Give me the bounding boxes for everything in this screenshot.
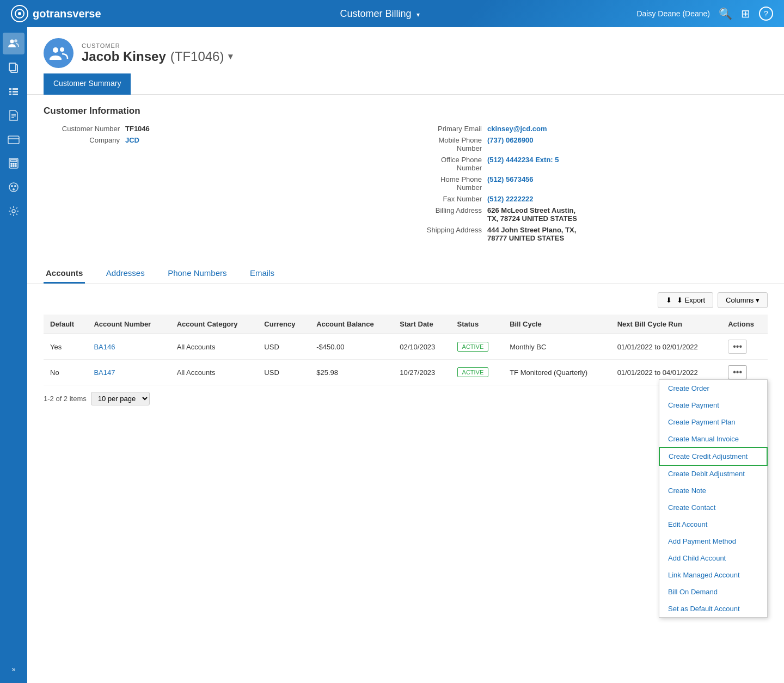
- search-icon[interactable]: 🔍: [719, 7, 732, 20]
- copy-icon: [8, 62, 19, 73]
- value-fax[interactable]: (512) 2222222: [487, 195, 534, 203]
- section-title: Customer Information: [44, 106, 768, 116]
- svg-rect-8: [9, 91, 11, 93]
- label-primary-email: Primary Email: [406, 125, 482, 133]
- svg-point-22: [11, 165, 12, 167]
- col-header-status: Status: [451, 315, 504, 334]
- logo-circle: [11, 5, 28, 22]
- columns-button[interactable]: Columns ▾: [718, 292, 768, 308]
- menu-item-link-managed-account[interactable]: Link Managed Account: [659, 567, 767, 583]
- menu-item-create-payment[interactable]: Create Payment: [659, 397, 767, 414]
- col-header-account-balance: Account Balance: [310, 315, 393, 334]
- info-row-company: Company JCD: [44, 136, 406, 144]
- svg-rect-6: [9, 88, 11, 90]
- svg-point-27: [14, 185, 16, 187]
- menu-item-create-note[interactable]: Create Note: [659, 482, 767, 499]
- actions-button-1[interactable]: •••: [728, 340, 747, 354]
- menu-item-create-order[interactable]: Create Order: [659, 380, 767, 397]
- cell-account-number-2[interactable]: BA147: [87, 360, 170, 385]
- menu-item-edit-account[interactable]: Edit Account: [659, 516, 767, 533]
- sidebar-icon-palette[interactable]: [3, 176, 24, 198]
- label-office-phone: Office PhoneNumber: [406, 156, 482, 172]
- menu-item-create-credit-adjustment[interactable]: Create Credit Adjustment: [659, 447, 768, 466]
- tab-phone-numbers[interactable]: Phone Numbers: [166, 264, 229, 284]
- cell-start-date-1: 02/10/2023: [393, 334, 450, 360]
- value-office-phone[interactable]: (512) 4442234 Extn: 5: [487, 156, 559, 164]
- cell-bill-cycle-2: TF Monitored (Quarterly): [503, 360, 610, 385]
- col-header-default: Default: [44, 315, 87, 334]
- cell-account-number-1[interactable]: BA146: [87, 334, 170, 360]
- sidebar-icon-card[interactable]: [3, 128, 24, 150]
- menu-item-add-payment-method[interactable]: Add Payment Method: [659, 533, 767, 550]
- value-billing-address: 626 McLeod Street Austin,TX, 78724 UNITE…: [487, 206, 577, 223]
- menu-item-create-contact[interactable]: Create Contact: [659, 499, 767, 516]
- customer-people-icon: [49, 45, 69, 62]
- grid-icon[interactable]: ⊞: [741, 7, 750, 20]
- svg-point-19: [11, 163, 12, 164]
- document-icon: [9, 109, 19, 121]
- value-shipping-address: 444 John Street Plano, TX,78777 UNITED S…: [487, 226, 576, 242]
- customer-full-name: Jacob Kinsey: [82, 49, 166, 64]
- tab-accounts[interactable]: Accounts: [44, 264, 85, 284]
- info-row-fax: Fax Number (512) 2222222: [406, 195, 768, 203]
- sidebar-icon-document[interactable]: [3, 104, 24, 126]
- col-header-next-bill-cycle: Next Bill Cycle Run: [611, 315, 722, 334]
- customer-info-section: Customer Information Customer Number TF1…: [27, 95, 784, 253]
- sidebar-icon-copy[interactable]: [3, 57, 24, 78]
- menu-item-add-child-account[interactable]: Add Child Account: [659, 550, 767, 567]
- svg-point-28: [13, 188, 15, 190]
- customer-header: CUSTOMER Jacob Kinsey (TF1046) ▾: [27, 27, 784, 73]
- menu-item-create-payment-plan[interactable]: Create Payment Plan: [659, 414, 767, 430]
- tab-emails[interactable]: Emails: [248, 264, 277, 284]
- value-primary-email[interactable]: ckinsey@jcd.com: [487, 125, 547, 133]
- top-navigation: gotransverse Customer Billing ▾ Daisy De…: [0, 0, 784, 27]
- content-area: CUSTOMER Jacob Kinsey (TF1046) ▾ Custome…: [27, 27, 784, 683]
- sidebar-icon-list[interactable]: [3, 81, 24, 102]
- list-icon: [8, 86, 19, 97]
- cell-default-2: No: [44, 360, 87, 385]
- menu-item-set-default-account[interactable]: Set as Default Account: [659, 600, 767, 617]
- sidebar-icon-calculator[interactable]: [3, 152, 24, 174]
- cell-status-1: ACTIVE: [451, 334, 504, 360]
- customer-dropdown-button[interactable]: ▾: [228, 51, 232, 61]
- sidebar-icon-people[interactable]: [3, 33, 24, 54]
- menu-item-create-debit-adjustment[interactable]: Create Debit Adjustment: [659, 465, 767, 482]
- cell-default-1: Yes: [44, 334, 87, 360]
- cell-currency-2: USD: [258, 360, 310, 385]
- svg-point-3: [14, 39, 17, 42]
- cell-status-2: ACTIVE: [451, 360, 504, 385]
- table-actions: ⬇ ⬇ Export Columns ▾: [44, 292, 768, 308]
- actions-button-2[interactable]: •••: [728, 365, 747, 379]
- sidebar-icon-settings[interactable]: [3, 200, 24, 222]
- value-company[interactable]: JCD: [125, 136, 139, 144]
- svg-rect-7: [13, 88, 18, 90]
- app-title: Customer Billing ▾: [123, 8, 637, 20]
- sidebar-expand-button[interactable]: »: [3, 661, 24, 678]
- info-row-billing-address: Billing Address 626 McLeod Street Austin…: [406, 206, 768, 223]
- menu-item-bill-on-demand[interactable]: Bill On Demand: [659, 583, 767, 600]
- status-badge-2: ACTIVE: [457, 367, 489, 377]
- svg-rect-9: [13, 91, 18, 93]
- per-page-select[interactable]: 10 per page 25 per page 50 per page: [91, 392, 150, 405]
- main-layout: » CUSTOMER Jacob Kinsey (TF1046) ▾: [0, 27, 784, 683]
- svg-point-20: [13, 163, 14, 164]
- tab-customer-summary[interactable]: Customer Summary: [44, 73, 131, 95]
- help-icon[interactable]: ?: [759, 7, 773, 21]
- info-row-home-phone: Home PhoneNumber (512) 5673456: [406, 175, 768, 192]
- export-button[interactable]: ⬇ ⬇ Export: [658, 292, 713, 308]
- table-row: Yes BA146 All Accounts USD -$450.00 02/1…: [44, 334, 768, 360]
- tab-addresses[interactable]: Addresses: [104, 264, 147, 284]
- nav-right: Daisy Deane (Deane) 🔍 ⊞ ?: [636, 7, 773, 21]
- value-home-phone[interactable]: (512) 5673456: [487, 175, 534, 183]
- label-home-phone: Home PhoneNumber: [406, 175, 482, 192]
- value-mobile-phone[interactable]: (737) 0626900: [487, 136, 534, 144]
- col-header-account-category: Account Category: [170, 315, 258, 334]
- svg-rect-5: [9, 63, 16, 71]
- col-header-currency: Currency: [258, 315, 310, 334]
- menu-item-create-manual-invoice[interactable]: Create Manual Invoice: [659, 430, 767, 447]
- svg-point-23: [13, 165, 14, 167]
- user-name[interactable]: Daisy Deane (Deane): [636, 9, 710, 18]
- info-row-primary-email: Primary Email ckinsey@jcd.com: [406, 125, 768, 133]
- calculator-icon: [9, 158, 19, 169]
- logo[interactable]: gotransverse: [11, 5, 101, 22]
